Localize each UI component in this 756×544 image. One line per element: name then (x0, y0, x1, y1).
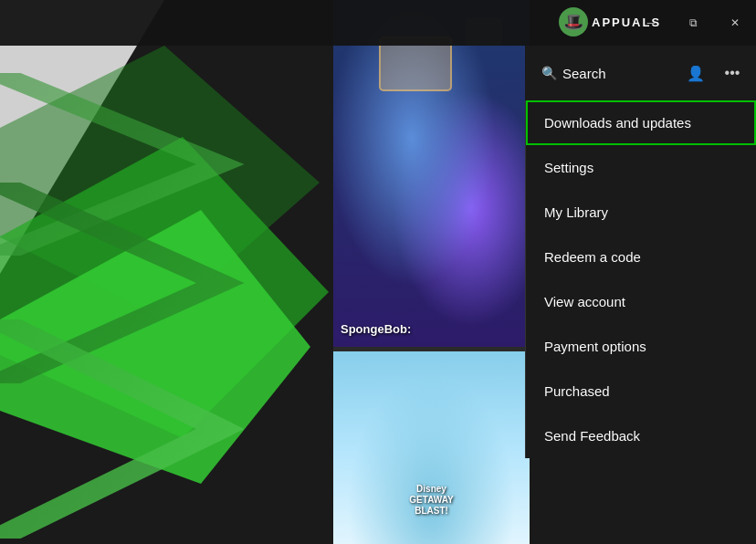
spongebob-label: SpongeBob: (341, 322, 411, 336)
search-icon: 🔍 (541, 66, 557, 80)
menu-item-my-library[interactable]: My Library (526, 190, 756, 235)
search-button[interactable]: 🔍 Search (532, 60, 672, 87)
disney-overlay: DisneyGETAWAYBLAST! (409, 484, 453, 517)
header-bar: 🔍 Search 👤 ••• (525, 46, 756, 100)
menu-item-payment[interactable]: Payment options (526, 324, 756, 369)
menu-item-downloads[interactable]: Downloads and updates (526, 100, 756, 145)
menu-item-redeem[interactable]: Redeem a code (526, 235, 756, 279)
menu-item-purchased[interactable]: Purchased (526, 369, 756, 413)
brand-logo: 🎩 APPUALS (559, 7, 661, 37)
arrow-shape-1 (0, 73, 292, 256)
thumbnails-area: SpongeBob: DisneyGETAWAYBLAST! (333, 0, 530, 544)
menu-item-feedback[interactable]: Send Feedback (526, 413, 756, 458)
search-label: Search (562, 66, 606, 81)
user-icon: 👤 (687, 65, 705, 82)
brand-name: APPUALS (592, 16, 661, 29)
green-logo-container (0, 0, 329, 544)
logo-icon: 🎩 (559, 7, 588, 37)
left-panel (0, 0, 333, 544)
user-icon-button[interactable]: 👤 (679, 57, 712, 89)
more-options-button[interactable]: ••• (716, 57, 749, 89)
title-bar: 🎩 APPUALS ─ ⧉ ✕ (0, 0, 756, 46)
dropdown-menu: Downloads and updatesSettingsMy LibraryR… (525, 100, 756, 458)
spongebob-thumbnail[interactable]: SpongeBob: (333, 0, 530, 347)
background-area: SpongeBob: DisneyGETAWAYBLAST! (0, 0, 530, 544)
menu-item-settings[interactable]: Settings (526, 145, 756, 190)
disney-thumbnail[interactable]: DisneyGETAWAYBLAST! (333, 351, 530, 544)
restore-button[interactable]: ⧉ (672, 0, 714, 46)
more-icon: ••• (725, 65, 740, 81)
arrow-shape-3 (0, 319, 292, 539)
header-icons: 👤 ••• (679, 57, 749, 89)
menu-item-view-account[interactable]: View account (526, 279, 756, 324)
close-button[interactable]: ✕ (714, 0, 756, 46)
